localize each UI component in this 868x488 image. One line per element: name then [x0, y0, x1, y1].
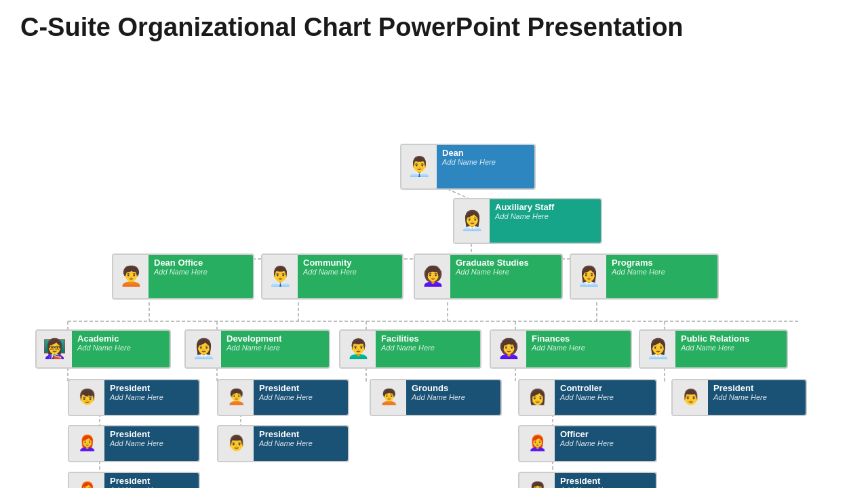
dean-avatar: 👨‍💼 — [401, 145, 437, 188]
controller-subtitle: Add Name Here — [560, 393, 650, 401]
page-title: C-Suite Organizational Chart PowerPoint … — [0, 0, 868, 50]
academic-president2-node: 👩‍🦰 President Add Name Here — [68, 425, 200, 462]
pr-president-title: President — [713, 383, 800, 393]
officer-title: Officer — [560, 429, 650, 439]
dean-office-title: Dean Office — [154, 258, 248, 268]
fin-president-node: 🧑‍🦱 President Add Name Here — [518, 472, 657, 488]
public-relations-title: Public Relations — [681, 333, 781, 344]
academic-president2-subtitle: Add Name Here — [110, 439, 193, 447]
dev-president1-avatar: 🧑‍🦱 — [218, 380, 254, 415]
academic-president2-title: President — [110, 429, 193, 439]
academic-subtitle: Add Name Here — [77, 344, 164, 352]
development-node: 👩‍💼 Development Add Name Here — [184, 329, 330, 369]
controller-node: 👩 Controller Add Name Here — [518, 379, 657, 416]
development-avatar: 👩‍💼 — [186, 331, 221, 367]
finances-node: 👩‍🦱 Finances Add Name Here — [490, 329, 632, 369]
academic-president1-subtitle: Add Name Here — [110, 393, 193, 401]
academic-node: 👩‍🏫 Academic Add Name Here — [35, 329, 171, 369]
grounds-title: Grounds — [412, 383, 495, 393]
development-title: Development — [226, 333, 323, 344]
fin-president-avatar: 🧑‍🦱 — [519, 473, 555, 488]
facilities-title: Facilities — [381, 333, 475, 344]
academic-president1-title: President — [110, 383, 193, 393]
academic-president3-subtitle: Add Name Here — [110, 486, 193, 488]
academic-president1-node: 👦 President Add Name Here — [68, 379, 200, 416]
dev-president2-subtitle: Add Name Here — [259, 439, 342, 447]
public-relations-avatar: 👩‍💼 — [640, 331, 675, 367]
dean-office-subtitle: Add Name Here — [154, 268, 248, 276]
grounds-avatar: 🧑‍🦱 — [371, 380, 406, 415]
graduate-title: Graduate Studies — [456, 258, 556, 268]
dean-subtitle: Add Name Here — [442, 158, 529, 166]
academic-president1-avatar: 👦 — [69, 380, 104, 415]
public-relations-node: 👩‍💼 Public Relations Add Name Here — [639, 329, 788, 369]
academic-president3-node: 👩‍🦰 President Add Name Here — [68, 472, 200, 488]
community-title: Community — [303, 258, 397, 268]
academic-title: Academic — [77, 333, 164, 344]
development-subtitle: Add Name Here — [226, 344, 323, 352]
graduate-subtitle: Add Name Here — [456, 268, 556, 276]
academic-avatar: 👩‍🏫 — [37, 331, 72, 367]
programs-avatar: 👩‍💼 — [571, 255, 606, 298]
officer-node: 👩‍🦰 Officer Add Name Here — [518, 425, 657, 462]
graduate-avatar: 👩‍🦱 — [415, 255, 450, 298]
officer-avatar: 👩‍🦰 — [519, 426, 555, 461]
grounds-node: 🧑‍🦱 Grounds Add Name Here — [370, 379, 502, 416]
pr-president-avatar: 👨 — [673, 380, 708, 415]
dev-president1-subtitle: Add Name Here — [259, 393, 342, 401]
facilities-avatar: 👨‍🦱 — [340, 331, 376, 367]
auxiliary-subtitle: Add Name Here — [495, 212, 595, 220]
facilities-subtitle: Add Name Here — [381, 344, 475, 352]
programs-node: 👩‍💼 Programs Add Name Here — [570, 253, 719, 300]
auxiliary-avatar: 👩‍💼 — [454, 199, 490, 243]
dev-president2-node: 👨 President Add Name Here — [217, 425, 349, 462]
auxiliary-title: Auxiliary Staff — [495, 202, 595, 212]
facilities-node: 👨‍🦱 Facilities Add Name Here — [339, 329, 481, 369]
finances-avatar: 👩‍🦱 — [491, 331, 526, 367]
academic-president3-avatar: 👩‍🦰 — [69, 473, 104, 488]
grounds-subtitle: Add Name Here — [412, 393, 495, 401]
community-node: 👨‍💼 Community Add Name Here — [261, 253, 403, 300]
academic-president3-title: President — [110, 476, 193, 486]
officer-subtitle: Add Name Here — [560, 439, 650, 447]
dev-president2-avatar: 👨 — [218, 426, 254, 461]
controller-avatar: 👩 — [519, 380, 555, 415]
controller-title: Controller — [560, 383, 650, 393]
dean-office-node: 🧑‍🦱 Dean Office Add Name Here — [112, 253, 254, 300]
community-subtitle: Add Name Here — [303, 268, 397, 276]
dev-president1-title: President — [259, 383, 342, 393]
finances-title: Finances — [532, 333, 625, 344]
academic-president2-avatar: 👩‍🦰 — [69, 426, 104, 461]
fin-president-title: President — [560, 476, 650, 486]
graduate-node: 👩‍🦱 Graduate Studies Add Name Here — [414, 253, 563, 300]
pr-president-subtitle: Add Name Here — [713, 393, 800, 401]
public-relations-subtitle: Add Name Here — [681, 344, 781, 352]
community-avatar: 👨‍💼 — [262, 255, 298, 298]
dean-node: 👨‍💼 Dean Add Name Here — [400, 144, 536, 190]
programs-subtitle: Add Name Here — [612, 268, 712, 276]
dean-title: Dean — [442, 148, 529, 158]
pr-president-node: 👨 President Add Name Here — [671, 379, 807, 416]
auxiliary-node: 👩‍💼 Auxiliary Staff Add Name Here — [453, 198, 602, 244]
dean-office-avatar: 🧑‍🦱 — [113, 255, 149, 298]
programs-title: Programs — [612, 258, 712, 268]
dev-president2-title: President — [259, 429, 342, 439]
finances-subtitle: Add Name Here — [532, 344, 625, 352]
dev-president1-node: 🧑‍🦱 President Add Name Here — [217, 379, 349, 416]
fin-president-subtitle: Add Name Here — [560, 486, 650, 488]
